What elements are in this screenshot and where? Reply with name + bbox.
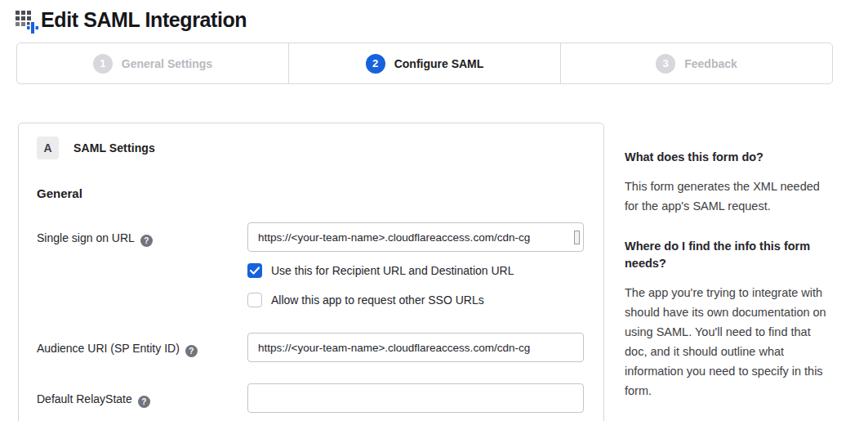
content-area: A SAML Settings General Single sign on U… [18,123,852,421]
step-label: General Settings [122,57,212,70]
relay-state-row: Default RelayState? If no value is set, … [37,383,584,421]
other-sso-checkbox-label: Allow this app to request other SSO URLs [271,293,484,307]
add-app-grid-icon [16,11,35,30]
text-cursor [574,231,580,244]
help-icon[interactable]: ? [138,396,150,408]
sidebar-heading-where: Where do I find the info this form needs… [625,238,830,272]
sso-url-field-col: Use this for Recipient URL and Destinati… [247,222,584,307]
other-sso-checkbox-row: Allow this app to request other SSO URLs [247,293,584,307]
sso-url-row: Single sign on URL? Use this for Recipie… [37,222,584,307]
plus-icon [27,22,38,34]
step-label: Feedback [684,57,737,70]
help-icon[interactable]: ? [185,345,198,357]
sso-url-label: Single sign on URL [37,231,135,244]
step-label: Configure SAML [394,57,484,70]
step-number-badge: 3 [656,54,675,74]
other-sso-checkbox[interactable] [247,293,262,307]
step-configure-saml[interactable]: 2 Configure SAML [289,43,561,83]
sso-url-input[interactable] [247,222,584,252]
step-feedback[interactable]: 3 Feedback [561,43,832,83]
sidebar-heading-what: What does this form do? [625,149,830,166]
section-a-badge: A [37,137,59,159]
general-section-heading: General [37,186,584,200]
panel-header: A SAML Settings [37,137,584,159]
relay-state-label: Default RelayState [37,392,132,405]
sso-url-label-col: Single sign on URL? [37,222,247,307]
step-general-settings[interactable]: 1 General Settings [17,43,289,83]
audience-uri-label: Audience URI (SP Entity ID) [37,342,180,355]
relay-state-label-col: Default RelayState? [37,383,247,421]
step-number-badge: 1 [93,54,113,74]
audience-uri-row: Audience URI (SP Entity ID)? [37,333,584,362]
relay-state-field-col: If no value is set, a blank RelayState i… [247,383,584,421]
saml-settings-panel: A SAML Settings General Single sign on U… [18,123,604,421]
recipient-url-checkbox-row: Use this for Recipient URL and Destinati… [247,263,584,278]
sidebar-body-where: The app you're trying to integrate with … [625,283,830,401]
relay-state-input[interactable] [247,383,584,413]
audience-uri-label-col: Audience URI (SP Entity ID)? [37,333,247,362]
wizard-stepper: 1 General Settings 2 Configure SAML 3 Fe… [16,43,833,84]
audience-uri-input[interactable] [247,333,584,362]
sidebar-body-what: This form generates the XML needed for t… [625,177,830,216]
audience-uri-field-col [247,333,584,362]
step-number-badge: 2 [366,54,385,74]
recipient-url-checkbox[interactable] [247,263,262,278]
page-header: Edit SAML Integration [0,0,868,32]
help-icon[interactable]: ? [140,235,153,247]
page-title: Edit SAML Integration [41,8,247,32]
help-sidebar: What does this form do? This form genera… [625,123,830,421]
panel-title: SAML Settings [73,141,155,155]
recipient-url-checkbox-label: Use this for Recipient URL and Destinati… [271,264,514,277]
check-icon [250,266,260,275]
